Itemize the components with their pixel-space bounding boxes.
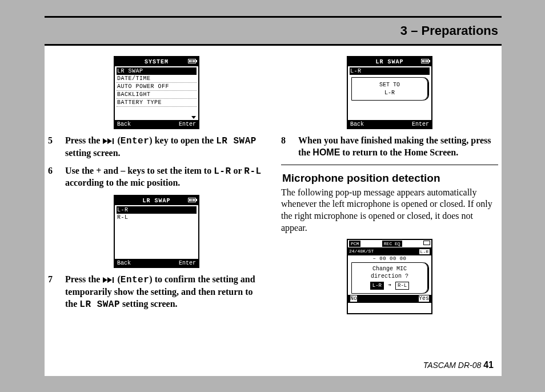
popup-line: SET TO (353, 81, 426, 89)
lcd-home: PCM REC EQ 24/48K/ST L-R – 00 00 00 Chan… (347, 239, 432, 314)
home-status-bar-2: 24/48K/ST L-R (348, 248, 431, 255)
step-text: Use the + and – keys to set the item to … (65, 165, 265, 190)
battery-icon (421, 59, 429, 63)
fast-forward-icon (102, 138, 115, 144)
lcd-foot: Back Enter (115, 259, 198, 267)
menu-item: L-R (117, 206, 197, 214)
popup-line: L-R (353, 89, 426, 97)
menu-item: R-L (117, 214, 197, 221)
arrow-right-icon: ➔ (388, 282, 391, 289)
battery-icon (188, 198, 196, 202)
lcd-foot: Back Enter (348, 120, 431, 128)
text: setting screen. (65, 148, 121, 158)
lcd-home-wrap: PCM REC EQ 24/48K/ST L-R – 00 00 00 Chan… (281, 239, 498, 314)
lcd-system-wrap: SYSTEM LR SWAP DATE/TIME AUTO POWER OFF … (48, 56, 265, 129)
step-7: 7 Press the (Enter) to confirm the setti… (48, 274, 265, 310)
lcd-setto-title: LR SWAP (348, 59, 431, 65)
step-num: 6 (48, 165, 58, 190)
step-text: Press the (Enter) key to open the LR SWA… (65, 135, 265, 159)
softkey-enter: Enter (179, 260, 196, 266)
svg-rect-0 (113, 138, 114, 144)
screen-name: LR SWAP (216, 136, 257, 146)
step-text: When you have finished making the settin… (298, 135, 498, 159)
chapter-title: 3 – Preparations (45, 18, 502, 44)
page-number: 41 (483, 360, 494, 370)
step-num: 7 (48, 274, 58, 310)
softkey-enter: Enter (412, 121, 429, 127)
lcd-system-body: LR SWAP DATE/TIME AUTO POWER OFF BACKLIG… (115, 66, 198, 120)
menu-item: LR SWAP (117, 67, 197, 75)
lcd-lrswap-title: LR SWAP (115, 198, 198, 204)
subsection-heading: Microphone position detection (282, 172, 498, 185)
popup-options: L-R ➔ R-L (353, 281, 426, 291)
step-num: 8 (281, 135, 291, 159)
badge-lr: L-R (419, 249, 430, 255)
badge-rate: 24/48K/ST (349, 249, 374, 255)
time-counter: – 00 00 00 (348, 255, 431, 262)
right-column: LR SWAP L-R SET TO L-R Back Enter (281, 54, 498, 320)
lcd-setto-title-bar: LR SWAP (348, 57, 431, 66)
lcd-lrswap-wrap: LR SWAP L-R R-L Back Enter (48, 195, 265, 268)
lcd-lrswap-body: L-R R-L (115, 205, 198, 259)
step-5: 5 Press the (Enter) key to open the LR S… (48, 135, 265, 159)
menu-item: BATTERY TYPE (117, 99, 197, 107)
key-label: Enter (121, 275, 150, 285)
popup-change-mic: Change MIC direction ? L-R ➔ R-L (351, 262, 428, 294)
lcd-system: SYSTEM LR SWAP DATE/TIME AUTO POWER OFF … (114, 56, 199, 129)
step-num: 5 (48, 135, 58, 159)
popup-setto: SET TO L-R (351, 77, 428, 101)
svg-rect-1 (113, 277, 114, 283)
lcd-setto-wrap: LR SWAP L-R SET TO L-R Back Enter (281, 56, 498, 129)
popup-line: direction ? (353, 273, 426, 281)
fast-forward-icon (102, 277, 115, 283)
text: Press the (65, 274, 102, 284)
softkey-no: No (350, 295, 357, 302)
badge-receq: REC EQ (382, 241, 402, 247)
lcd-setto: LR SWAP L-R SET TO L-R Back Enter (347, 56, 432, 129)
value: R-L (244, 166, 261, 177)
home-status-bar: PCM REC EQ (348, 240, 431, 248)
text: according to the mic position. (65, 178, 180, 187)
text: Use the + and – keys to set the item to (65, 166, 214, 175)
softkey-back: Back (350, 121, 364, 127)
text: setting screen. (120, 299, 178, 309)
lcd-foot: No Yes (348, 295, 431, 303)
lcd-foot: Back Enter (115, 120, 198, 128)
page-footer: TASCAM DR-08 41 (423, 360, 494, 370)
popup-line: Change MIC (353, 265, 426, 273)
softkey-back: Back (117, 260, 131, 266)
footer-brand: TASCAM DR-08 (423, 361, 484, 370)
lcd-setto-body: L-R SET TO L-R (348, 66, 431, 120)
paragraph: The following pop-up message appears aut… (281, 187, 498, 234)
lcd-lrswap: LR SWAP L-R R-L Back Enter (114, 195, 199, 268)
chip-from: L-R (370, 282, 384, 290)
text: ) key to open the (149, 135, 216, 145)
step-6: 6 Use the + and – keys to set the item t… (48, 165, 265, 190)
chevron-down-icon (191, 116, 196, 119)
text: Press the (65, 135, 102, 145)
text: to return to the Home Screen. (340, 147, 458, 157)
menu-item: AUTO POWER OFF (117, 83, 197, 91)
softkey-yes: Yes (419, 295, 429, 302)
chip-to: R-L (395, 282, 409, 290)
left-column: SYSTEM LR SWAP DATE/TIME AUTO POWER OFF … (48, 54, 265, 320)
step-8: 8 When you have finished making the sett… (281, 135, 498, 159)
section-divider (281, 165, 498, 165)
columns: SYSTEM LR SWAP DATE/TIME AUTO POWER OFF … (45, 46, 502, 320)
manual-page: 3 – Preparations SYSTEM LR SWAP DATE/TIM… (45, 16, 502, 376)
softkey-enter: Enter (179, 121, 196, 127)
key-label: HOME (312, 147, 340, 157)
lcd-system-title-bar: SYSTEM (115, 57, 198, 66)
softkey-back: Back (117, 121, 131, 127)
screen-name: LR SWAP (79, 299, 120, 310)
menu-item: DATE/TIME (117, 75, 197, 83)
menu-item: BACKLIGHT (117, 91, 197, 99)
text: or (231, 166, 245, 175)
menu-item: L-R (350, 67, 430, 75)
lcd-lrswap-title-bar: LR SWAP (115, 196, 198, 205)
battery-icon (423, 241, 430, 245)
lcd-system-title: SYSTEM (115, 59, 198, 65)
badge-pcm: PCM (349, 241, 360, 247)
battery-icon (188, 59, 196, 63)
step-text: Press the (Enter) to confirm the setting… (65, 274, 265, 310)
